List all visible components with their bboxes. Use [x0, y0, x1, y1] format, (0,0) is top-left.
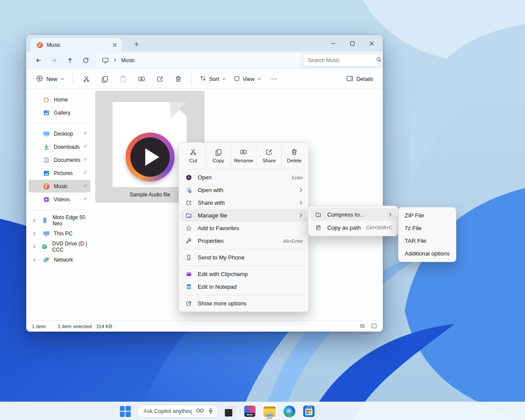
toolbar-divider — [191, 74, 192, 85]
menu-item-copy-as-path[interactable]: Copy as path Ctrl+Shift+C — [310, 221, 396, 234]
copilot-search-input[interactable] — [144, 408, 192, 414]
search-icon[interactable] — [376, 56, 382, 64]
cut-button[interactable]: Cut — [181, 144, 206, 167]
sidebar-item-label: Documents — [54, 157, 80, 163]
sidebar-item-desktop[interactable]: Desktop — [28, 127, 91, 140]
sidebar-item-downloads[interactable]: Downloads — [28, 140, 91, 153]
close-icon[interactable] — [362, 35, 381, 52]
menu-item-send-to-my-phone[interactable]: Send to My Phone — [181, 251, 307, 264]
menu-item-7z-file[interactable]: 7z File — [400, 222, 454, 234]
paste-icon[interactable] — [114, 72, 132, 87]
rename-icon[interactable] — [133, 72, 150, 87]
sidebar-divider — [32, 210, 87, 210]
menu-item-add-to-favorites[interactable]: Add to Favorites — [181, 222, 307, 234]
delete-icon[interactable] — [169, 72, 187, 87]
videos-icon — [42, 196, 50, 203]
breadcrumb[interactable]: Music — [96, 54, 300, 67]
chevron-right-icon[interactable] — [32, 218, 37, 223]
sidebar-item-home[interactable]: Home — [28, 93, 91, 106]
gallery-icon — [42, 109, 50, 116]
mic-icon[interactable] — [208, 407, 214, 416]
taskbar-app-store[interactable] — [301, 403, 317, 419]
sidebar-item-gallery[interactable]: Gallery — [28, 106, 91, 119]
menu-item-show-more-options[interactable]: Show more options — [181, 297, 307, 310]
details-button[interactable]: Details — [342, 72, 378, 87]
menu-item-manage-file[interactable]: Manage file — [181, 209, 307, 222]
forward-icon[interactable] — [46, 53, 62, 67]
sort-button[interactable]: Sort — [196, 72, 230, 87]
menu-item-open-with[interactable]: Open with — [181, 184, 307, 196]
menu-item-label: Additional options — [405, 250, 451, 257]
maximize-icon[interactable] — [343, 35, 362, 52]
tab-music[interactable]: Music — [31, 38, 122, 52]
refresh-icon[interactable] — [78, 53, 94, 67]
list-view-icon[interactable] — [359, 323, 365, 330]
delete-icon — [290, 148, 298, 156]
copy-icon[interactable] — [96, 72, 113, 87]
taskbar-app-edge[interactable] — [281, 403, 297, 419]
search-input[interactable] — [308, 57, 376, 63]
taskbar-app-m365[interactable]: M365 — [242, 403, 258, 419]
more-dots-icon[interactable] — [266, 72, 283, 87]
context-menu: Cut Copy Rename Share — [178, 142, 309, 312]
manage-file-icon — [185, 212, 192, 219]
breadcrumb-location[interactable]: Music — [121, 57, 135, 63]
sidebar-item-documents[interactable]: Documents — [28, 154, 91, 166]
downloads-icon — [42, 143, 50, 150]
taskbar-search[interactable] — [137, 405, 218, 418]
menu-item-label: Open — [198, 174, 287, 181]
menu-item-edit-in-notepad[interactable]: Edit in Notepad — [181, 280, 307, 293]
chevron-down-icon — [222, 76, 226, 82]
copilot-icon[interactable] — [196, 407, 204, 415]
share-button[interactable]: Share — [256, 144, 281, 167]
sort-button-label: Sort — [209, 76, 219, 82]
menu-item-share-with[interactable]: Share with — [181, 196, 307, 209]
chevron-right-icon[interactable] — [32, 258, 38, 262]
cut-icon[interactable] — [77, 72, 95, 87]
sort-icon — [200, 75, 206, 83]
desktop-icon — [42, 130, 50, 137]
sidebar-item-moto-edge[interactable]: Moto Edge 50 Neo — [28, 214, 91, 227]
menu-item-compress-to[interactable]: Compress to... — [310, 208, 396, 221]
selection-count: 1 item selected — [58, 324, 91, 329]
menu-item-additional-options[interactable]: Additional options — [400, 247, 454, 260]
up-icon[interactable] — [62, 53, 78, 67]
clipchamp-icon — [185, 271, 192, 277]
delete-button[interactable]: Delete — [281, 144, 307, 167]
chevron-right-icon — [113, 57, 117, 63]
sidebar-item-music[interactable]: Music — [28, 180, 91, 192]
explorer-search[interactable] — [303, 54, 378, 67]
sidebar-item-network[interactable]: Network — [28, 253, 91, 266]
sidebar-item-videos[interactable]: Videos — [28, 193, 91, 206]
menu-item-properties[interactable]: Properties Alt+Enter — [181, 234, 307, 247]
sidebar-item-label: Videos — [54, 196, 70, 203]
star-icon — [185, 225, 192, 231]
share-icon[interactable] — [151, 72, 168, 87]
tab-close-icon[interactable] — [110, 41, 119, 49]
edge-icon — [284, 406, 295, 417]
minimize-icon[interactable] — [323, 35, 343, 52]
taskbar-app-layers[interactable] — [222, 403, 238, 419]
rename-button[interactable]: Rename — [231, 144, 256, 167]
start-button[interactable] — [117, 403, 133, 419]
chevron-right-icon[interactable] — [32, 245, 37, 249]
tab-strip: Music — [26, 35, 383, 52]
view-button[interactable]: View — [230, 72, 265, 87]
sidebar-item-dvd-drive[interactable]: DVD Drive (D:) CCC — [28, 240, 91, 253]
share-with-icon — [185, 200, 192, 206]
menu-item-open[interactable]: Open Enter — [181, 171, 307, 184]
menu-item-edit-with-clipchamp[interactable]: Edit with Clipchamp — [181, 268, 307, 280]
menu-item-tar-file[interactable]: TAR File — [400, 234, 454, 247]
new-tab-button[interactable] — [132, 40, 141, 49]
sidebar-item-pictures[interactable]: Pictures — [28, 167, 91, 179]
store-icon — [303, 406, 315, 417]
back-icon[interactable] — [31, 53, 46, 67]
menu-item-zip-file[interactable]: ZIP File — [400, 209, 454, 222]
new-button[interactable]: New — [32, 72, 69, 87]
chevron-right-icon[interactable] — [32, 231, 38, 236]
taskbar-app-file-explorer[interactable] — [262, 403, 277, 419]
grid-view-icon[interactable] — [371, 323, 377, 330]
sidebar-item-this-pc[interactable]: This PC — [28, 227, 91, 240]
copy-button[interactable]: Copy — [206, 144, 231, 167]
compress-to-submenu: ZIP File 7z File TAR File Additional opt… — [398, 207, 456, 262]
